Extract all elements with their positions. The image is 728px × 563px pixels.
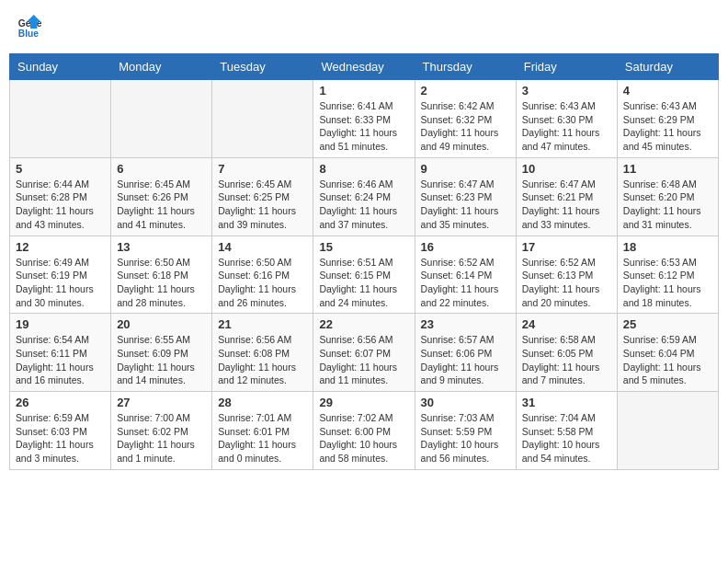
calendar-cell [111,80,212,158]
calendar-cell: 30Sunrise: 7:03 AM Sunset: 5:59 PM Dayli… [415,392,516,470]
calendar-cell: 1Sunrise: 6:41 AM Sunset: 6:33 PM Daylig… [313,80,415,158]
calendar-cell [617,392,718,470]
calendar-cell: 4Sunrise: 6:43 AM Sunset: 6:29 PM Daylig… [617,80,718,158]
day-number: 12 [16,240,105,254]
day-info: Sunrise: 7:04 AM Sunset: 5:58 PM Dayligh… [522,411,611,465]
day-info: Sunrise: 7:01 AM Sunset: 6:01 PM Dayligh… [218,411,307,465]
calendar-week-row: 26Sunrise: 6:59 AM Sunset: 6:03 PM Dayli… [10,392,719,470]
calendar-cell: 20Sunrise: 6:55 AM Sunset: 6:09 PM Dayli… [111,314,212,392]
day-info: Sunrise: 7:03 AM Sunset: 5:59 PM Dayligh… [421,411,510,465]
day-number: 23 [421,317,510,331]
day-info: Sunrise: 6:52 AM Sunset: 6:14 PM Dayligh… [421,256,510,310]
calendar-cell: 23Sunrise: 6:57 AM Sunset: 6:06 PM Dayli… [415,314,516,392]
day-number: 31 [522,396,611,409]
calendar-cell: 21Sunrise: 6:56 AM Sunset: 6:08 PM Dayli… [212,314,313,392]
day-info: Sunrise: 6:52 AM Sunset: 6:13 PM Dayligh… [522,256,611,310]
day-info: Sunrise: 6:50 AM Sunset: 6:18 PM Dayligh… [117,256,206,310]
day-info: Sunrise: 6:48 AM Sunset: 6:20 PM Dayligh… [623,178,712,232]
day-number: 14 [218,240,307,254]
calendar-week-row: 19Sunrise: 6:54 AM Sunset: 6:11 PM Dayli… [10,314,719,392]
day-number: 7 [218,162,307,176]
day-number: 9 [421,162,510,176]
day-info: Sunrise: 6:53 AM Sunset: 6:12 PM Dayligh… [623,256,712,310]
calendar-week-row: 1Sunrise: 6:41 AM Sunset: 6:33 PM Daylig… [10,80,719,158]
day-number: 29 [319,396,408,409]
calendar-header-row: SundayMondayTuesdayWednesdayThursdayFrid… [10,54,719,80]
day-info: Sunrise: 6:55 AM Sunset: 6:09 PM Dayligh… [117,333,206,387]
day-info: Sunrise: 6:46 AM Sunset: 6:24 PM Dayligh… [319,178,408,232]
day-info: Sunrise: 7:02 AM Sunset: 6:00 PM Dayligh… [319,411,408,465]
day-number: 20 [117,317,206,331]
calendar-table: SundayMondayTuesdayWednesdayThursdayFrid… [9,53,719,470]
day-header-wednesday: Wednesday [313,54,415,80]
day-number: 8 [319,162,408,176]
calendar-cell: 14Sunrise: 6:50 AM Sunset: 6:16 PM Dayli… [212,236,313,314]
day-header-sunday: Sunday [10,54,111,80]
day-info: Sunrise: 6:50 AM Sunset: 6:16 PM Dayligh… [218,256,307,310]
day-info: Sunrise: 6:58 AM Sunset: 6:05 PM Dayligh… [522,333,611,387]
day-number: 26 [16,396,105,409]
calendar-cell: 27Sunrise: 7:00 AM Sunset: 6:02 PM Dayli… [111,392,212,470]
calendar-cell: 31Sunrise: 7:04 AM Sunset: 5:58 PM Dayli… [516,392,617,470]
svg-text:Blue: Blue [18,29,40,39]
day-number: 5 [16,162,105,176]
calendar-cell: 3Sunrise: 6:43 AM Sunset: 6:30 PM Daylig… [516,80,617,158]
day-number: 15 [319,240,408,254]
calendar-cell: 5Sunrise: 6:44 AM Sunset: 6:28 PM Daylig… [10,157,111,236]
day-number: 17 [522,240,611,254]
day-number: 11 [623,162,712,176]
day-number: 16 [421,240,510,254]
calendar-cell: 22Sunrise: 6:56 AM Sunset: 6:07 PM Dayli… [313,314,415,392]
calendar-cell: 19Sunrise: 6:54 AM Sunset: 6:11 PM Dayli… [10,314,111,392]
day-info: Sunrise: 6:42 AM Sunset: 6:32 PM Dayligh… [421,99,510,154]
day-number: 22 [319,317,408,331]
calendar-week-row: 12Sunrise: 6:49 AM Sunset: 6:19 PM Dayli… [10,236,719,314]
calendar-cell: 2Sunrise: 6:42 AM Sunset: 6:32 PM Daylig… [415,80,516,158]
calendar-cell: 24Sunrise: 6:58 AM Sunset: 6:05 PM Dayli… [516,314,617,392]
day-number: 13 [117,240,206,254]
day-info: Sunrise: 6:45 AM Sunset: 6:26 PM Dayligh… [117,178,206,232]
calendar-cell: 9Sunrise: 6:47 AM Sunset: 6:23 PM Daylig… [415,157,516,236]
day-number: 6 [117,162,206,176]
day-number: 28 [218,396,307,409]
calendar-cell [10,80,111,158]
day-info: Sunrise: 6:59 AM Sunset: 6:03 PM Dayligh… [16,411,105,465]
calendar-cell: 15Sunrise: 6:51 AM Sunset: 6:15 PM Dayli… [313,236,415,314]
logo: General Blue [17,15,46,40]
day-info: Sunrise: 6:51 AM Sunset: 6:15 PM Dayligh… [319,256,408,310]
day-info: Sunrise: 6:43 AM Sunset: 6:29 PM Dayligh… [623,99,712,154]
day-number: 4 [623,84,712,98]
day-number: 21 [218,317,307,331]
calendar-cell: 7Sunrise: 6:45 AM Sunset: 6:25 PM Daylig… [212,157,313,236]
day-info: Sunrise: 6:56 AM Sunset: 6:08 PM Dayligh… [218,333,307,387]
day-header-thursday: Thursday [415,54,516,80]
calendar-cell: 12Sunrise: 6:49 AM Sunset: 6:19 PM Dayli… [10,236,111,314]
calendar-cell: 13Sunrise: 6:50 AM Sunset: 6:18 PM Dayli… [111,236,212,314]
day-info: Sunrise: 6:47 AM Sunset: 6:21 PM Dayligh… [522,178,611,232]
page-header: General Blue [9,9,719,46]
day-number: 2 [421,84,510,98]
day-info: Sunrise: 6:44 AM Sunset: 6:28 PM Dayligh… [16,178,105,232]
day-header-friday: Friday [516,54,617,80]
day-number: 3 [522,84,611,98]
day-info: Sunrise: 6:45 AM Sunset: 6:25 PM Dayligh… [218,178,307,232]
day-info: Sunrise: 6:49 AM Sunset: 6:19 PM Dayligh… [16,256,105,310]
calendar-cell: 6Sunrise: 6:45 AM Sunset: 6:26 PM Daylig… [111,157,212,236]
day-number: 19 [16,317,105,331]
day-info: Sunrise: 6:43 AM Sunset: 6:30 PM Dayligh… [522,99,611,154]
day-number: 18 [623,240,712,254]
day-info: Sunrise: 6:47 AM Sunset: 6:23 PM Dayligh… [421,178,510,232]
calendar-cell: 10Sunrise: 6:47 AM Sunset: 6:21 PM Dayli… [516,157,617,236]
calendar-cell: 18Sunrise: 6:53 AM Sunset: 6:12 PM Dayli… [617,236,718,314]
calendar-cell: 17Sunrise: 6:52 AM Sunset: 6:13 PM Dayli… [516,236,617,314]
day-info: Sunrise: 6:54 AM Sunset: 6:11 PM Dayligh… [16,333,105,387]
day-number: 24 [522,317,611,331]
calendar-cell: 25Sunrise: 6:59 AM Sunset: 6:04 PM Dayli… [617,314,718,392]
day-header-monday: Monday [111,54,212,80]
day-header-tuesday: Tuesday [212,54,313,80]
calendar-cell: 16Sunrise: 6:52 AM Sunset: 6:14 PM Dayli… [415,236,516,314]
calendar-week-row: 5Sunrise: 6:44 AM Sunset: 6:28 PM Daylig… [10,157,719,236]
calendar-cell: 8Sunrise: 6:46 AM Sunset: 6:24 PM Daylig… [313,157,415,236]
calendar-cell [212,80,313,158]
calendar-cell: 29Sunrise: 7:02 AM Sunset: 6:00 PM Dayli… [313,392,415,470]
